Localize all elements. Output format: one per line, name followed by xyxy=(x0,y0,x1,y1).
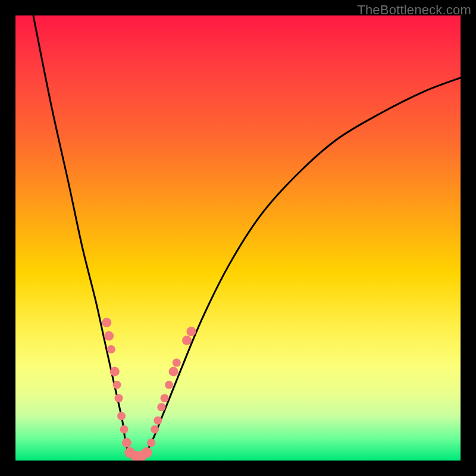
curve-marker xyxy=(161,394,169,402)
curve-marker xyxy=(117,412,126,420)
curve-marker xyxy=(115,394,123,402)
curve-marker xyxy=(107,345,115,353)
curve-marker xyxy=(173,358,181,367)
curve-marker xyxy=(182,336,192,345)
curve-marker xyxy=(120,425,129,434)
curve-marker xyxy=(169,367,178,376)
curve-marker xyxy=(157,403,165,411)
curve-marker xyxy=(154,416,162,425)
chart-svg xyxy=(15,15,461,461)
curve-marker xyxy=(142,447,152,458)
curve-marker xyxy=(186,327,196,336)
curve-marker xyxy=(102,318,111,327)
curve-marker xyxy=(110,367,120,376)
bottleneck-curve xyxy=(33,15,461,461)
curve-marker xyxy=(151,425,159,434)
curve-marker xyxy=(113,381,121,389)
curve-marker xyxy=(147,439,155,447)
chart-area xyxy=(15,15,461,461)
curve-marker xyxy=(104,331,114,341)
curve-marker xyxy=(122,438,131,447)
curve-marker xyxy=(165,381,173,389)
